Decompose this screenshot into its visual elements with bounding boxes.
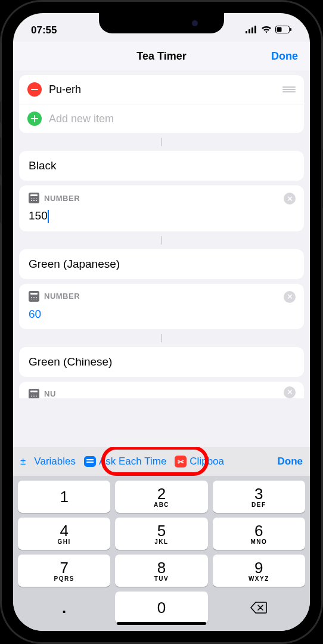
chat-icon	[84, 456, 96, 467]
battery-icon	[275, 24, 292, 36]
section-title: Green (Chinese)	[29, 355, 294, 369]
add-item-placeholder: Add new item	[49, 113, 114, 125]
home-indicator[interactable]	[117, 622, 206, 625]
add-icon[interactable]	[27, 112, 42, 126]
notch	[99, 13, 224, 33]
list-card: Pu-erh Add new item	[19, 75, 304, 133]
svg-rect-7	[31, 89, 38, 90]
add-item-row[interactable]: Add new item	[19, 104, 304, 133]
clipboard-button[interactable]: ✂ Clipboa	[175, 456, 224, 467]
key-4[interactable]: 4GHI	[18, 518, 110, 550]
svg-rect-6	[290, 28, 291, 31]
list-item-label: Pu-erh	[49, 83, 81, 96]
key-0[interactable]: 0	[115, 592, 207, 624]
plus-minus-button[interactable]: ±	[20, 456, 26, 467]
scissors-icon: ✂	[175, 456, 187, 467]
done-button[interactable]: Done	[271, 50, 298, 63]
wifi-icon	[261, 24, 272, 36]
number-label: NU	[44, 389, 56, 398]
calculator-icon	[29, 291, 39, 302]
svg-rect-8	[282, 86, 296, 88]
navigation-bar: Tea Timer Done	[13, 42, 310, 70]
svg-rect-5	[277, 27, 282, 32]
key-2[interactable]: 2ABC	[115, 481, 207, 513]
clear-icon[interactable]: ✕	[284, 386, 296, 398]
key-3[interactable]: 3DEF	[213, 481, 305, 513]
keyboard-done-button[interactable]: Done	[278, 456, 303, 467]
svg-rect-10	[282, 91, 296, 92]
drag-handle-icon[interactable]	[282, 85, 296, 94]
calculator-icon	[29, 193, 39, 203]
key-dot[interactable]: .	[18, 592, 110, 624]
status-time: 07:55	[31, 24, 57, 36]
clear-icon[interactable]: ✕	[284, 193, 296, 205]
number-value[interactable]: 60	[29, 308, 294, 321]
cellular-icon	[246, 24, 257, 36]
section-header[interactable]: Green (Chinese)	[19, 347, 304, 377]
keyboard-suggestion-bar: ± Variables Ask Each Time ✂ Clipboa Done	[13, 447, 310, 476]
number-block[interactable]: NUMBER ✕ 60	[19, 284, 304, 329]
section-title: Black	[29, 159, 294, 172]
calculator-icon	[29, 389, 39, 398]
page-title: Tea Timer	[136, 50, 186, 63]
remove-icon[interactable]	[27, 82, 42, 97]
svg-rect-9	[282, 89, 296, 90]
key-1[interactable]: 1	[18, 481, 110, 513]
section-header[interactable]: Black	[19, 151, 304, 181]
number-label: NUMBER	[44, 194, 80, 203]
svg-rect-3	[254, 26, 256, 33]
ask-each-time-button[interactable]: Ask Each Time	[84, 456, 166, 467]
section-title: Green (Japanese)	[29, 258, 294, 271]
number-value[interactable]: 150	[29, 209, 294, 223]
key-9[interactable]: 9WXYZ	[213, 555, 305, 587]
list-item[interactable]: Pu-erh	[19, 75, 304, 104]
svg-rect-1	[249, 29, 250, 33]
backspace-key[interactable]	[213, 592, 305, 624]
key-6[interactable]: 6MNO	[213, 518, 305, 550]
clear-icon[interactable]: ✕	[284, 291, 296, 303]
numeric-keypad: 1 2ABC 3DEF 4GHI 5JKL 6MNO 7PQRS 8TUV 9W…	[13, 476, 310, 631]
key-8[interactable]: 8TUV	[115, 555, 207, 587]
svg-rect-0	[246, 31, 247, 33]
svg-rect-12	[31, 118, 38, 119]
key-7[interactable]: 7PQRS	[18, 555, 110, 587]
variables-button[interactable]: Variables	[34, 456, 76, 467]
number-block[interactable]: NUMBER ✕ 150	[19, 185, 304, 231]
svg-rect-2	[251, 27, 253, 33]
section-header[interactable]: Green (Japanese)	[19, 249, 304, 279]
number-label: NUMBER	[44, 292, 80, 301]
key-5[interactable]: 5JKL	[115, 518, 207, 550]
number-block-partial[interactable]: NU ✕	[19, 382, 304, 398]
